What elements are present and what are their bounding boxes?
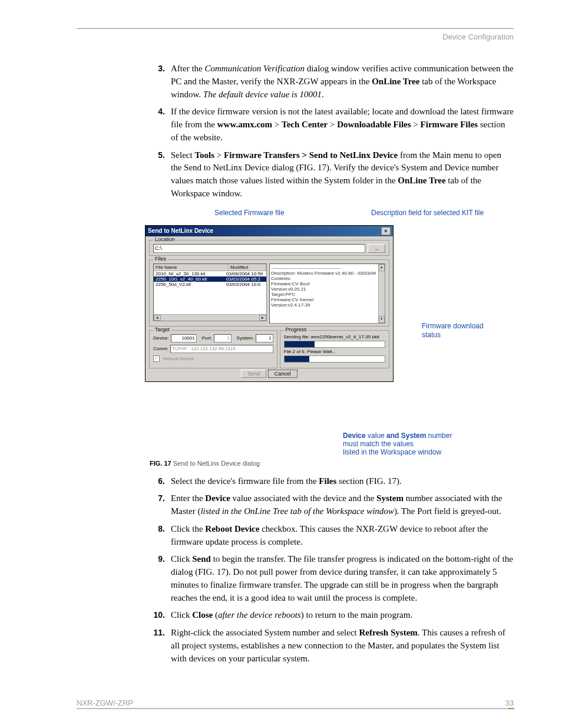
device-label: Device: (153, 335, 169, 341)
annotation-desc-field: Description field for selected KIT file (371, 209, 484, 218)
step-number: 4. (150, 106, 165, 144)
step-body: If the device firmware version is not th… (171, 106, 514, 144)
step-body: Click the Reboot Device checkbox. This c… (171, 523, 514, 549)
comm-value: TCP/IP : 132.132.132.99:1319 (170, 345, 273, 353)
target-group: Target Device: 10001 Port: 1 System: 1 C… (149, 330, 277, 368)
port-input: 1 (214, 334, 232, 342)
step-number: 9. (150, 553, 165, 604)
reboot-device-label: Reboot Device (163, 356, 194, 361)
table-row[interactable]: 2250_50d_V2.kit03/03/2004 10:0 (154, 282, 266, 287)
figure-17: Selected Firmware file Description field… (145, 209, 514, 456)
page-header: Device Configuration (77, 32, 514, 41)
scroll-left-icon[interactable]: ◂ (154, 315, 161, 321)
annotation-selected-firmware: Selected Firmware file (214, 209, 285, 218)
annotation-match-1: Device value and System number (343, 431, 452, 440)
target-label: Target (153, 327, 171, 332)
close-icon[interactable]: × (381, 227, 391, 235)
files-group: Files File Name Modified 2010_NI_v2_30_1… (149, 259, 389, 327)
step-item: 4.If the device firmware version is not … (150, 106, 514, 144)
step-number: 10. (150, 609, 165, 622)
location-label: Location (153, 236, 177, 242)
ordered-steps-bottom: 6.Select the device's firmware file from… (150, 475, 514, 666)
step-body: Select Tools > Firmware Transfers > Send… (171, 149, 514, 200)
step-item: 6.Select the device's firmware file from… (150, 475, 514, 488)
step-item: 8.Click the Reboot Device checkbox. This… (150, 523, 514, 549)
send-to-netlinx-dialog: Send to NetLinx Device × Location C:\ ..… (145, 225, 394, 382)
step-item: 9.Click Send to begin the transfer. The … (150, 553, 514, 604)
step-item: 10.Click Close (after the device reboots… (150, 609, 514, 622)
file-of-text: File 2 of 6. Please Wait... (284, 349, 386, 354)
scroll-right-icon[interactable]: ▸ (259, 315, 266, 321)
progress-bar-overall (284, 355, 386, 363)
step-body: Click Close (after the device reboots) t… (171, 609, 514, 622)
footer-page-number: 33 (505, 699, 514, 707)
dialog-titlebar: Send to NetLinx Device × (146, 226, 393, 236)
page-footer: NXR-ZGW/-ZRP 33 (77, 699, 514, 709)
description-pane: ----------------------------------------… (269, 263, 385, 324)
col-filename: File Name (154, 264, 229, 271)
progress-group: Progress Sending file: amx2250kernel_v2_… (280, 330, 390, 368)
system-label: System: (237, 335, 254, 341)
step-number: 6. (150, 475, 165, 488)
device-input[interactable]: 10001 (171, 334, 197, 342)
progress-label: Progress (284, 327, 309, 332)
location-group: Location C:\ ... (149, 240, 389, 256)
scroll-up-icon[interactable]: ▴ (379, 264, 385, 271)
step-number: 7. (150, 492, 165, 518)
annotation-download-status: Firmware download status (422, 322, 498, 340)
step-number: 5. (150, 149, 165, 200)
location-input[interactable]: C:\ (153, 244, 365, 253)
step-item: 7.Enter the Device value associated with… (150, 492, 514, 518)
browse-button[interactable]: ... (368, 244, 385, 253)
table-row[interactable]: 2010_NI_v2_30_130.kit03/08/2004 10:59 (154, 271, 266, 276)
send-button[interactable]: Send (241, 370, 266, 378)
system-input[interactable]: 1 (256, 334, 273, 342)
files-label: Files (153, 256, 168, 262)
step-body: After the Communication Verification dia… (171, 62, 514, 101)
dialog-title: Send to NetLinx Device (148, 228, 213, 234)
step-body: Select the device's firmware file from t… (171, 475, 514, 488)
table-row[interactable]: 2250_10G_v2_40_60.kit03/03/2004 05:2 (154, 276, 266, 282)
progress-bar-file (284, 341, 386, 348)
step-number: 3. (150, 62, 165, 101)
file-list[interactable]: File Name Modified 2010_NI_v2_30_130.kit… (153, 263, 267, 321)
comm-label: Comm: (153, 346, 168, 351)
step-item: 5.Select Tools > Firmware Transfers > Se… (150, 149, 514, 200)
checkbox-icon[interactable]: ✓ (153, 355, 160, 362)
sending-file-text: Sending file: amx2250kernel_v2_4_17-35.b… (284, 334, 386, 340)
figure-caption: FIG. 17 Send to NetLinx Device dialog (150, 460, 514, 467)
step-body: Right-click the associated System number… (171, 627, 514, 665)
ordered-steps-top: 3.After the Communication Verification d… (150, 62, 514, 200)
step-body: Enter the Device value associated with t… (171, 492, 514, 518)
step-number: 11. (150, 627, 165, 665)
scroll-down-icon[interactable]: ▾ (379, 316, 385, 323)
step-number: 8. (150, 523, 165, 549)
footer-product: NXR-ZGW/-ZRP (77, 699, 133, 707)
annotation-match-3: listed in the Workspace window (343, 448, 441, 457)
step-item: 3.After the Communication Verification d… (150, 62, 514, 101)
port-label: Port: (202, 335, 212, 341)
col-modified: Modified (229, 264, 266, 271)
annotation-match-2: must match the values (343, 440, 414, 449)
cancel-button[interactable]: Cancel (268, 370, 297, 378)
step-body: Click Send to begin the transfer. The fi… (171, 553, 514, 604)
step-item: 11.Right-click the associated System num… (150, 627, 514, 665)
